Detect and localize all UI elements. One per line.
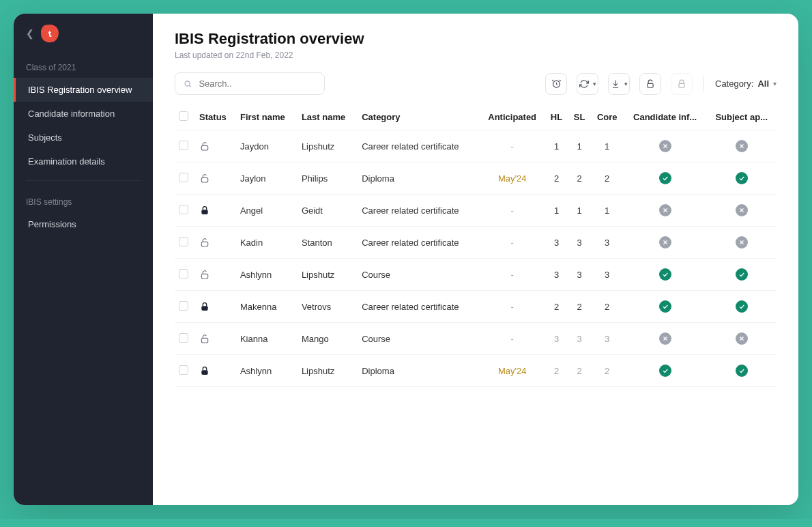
cell-hl: 3	[545, 323, 568, 355]
table-row[interactable]: AshlynnLipshutzDiplomaMay'24222	[175, 355, 777, 387]
cell-sl: 2	[568, 355, 591, 387]
cell-sl: 1	[568, 130, 591, 162]
back-chevron-icon[interactable]: ❮	[26, 28, 34, 39]
cell-hl: 1	[545, 195, 568, 227]
unlock-all-button[interactable]	[639, 73, 661, 95]
unlock-icon	[646, 79, 655, 89]
cell-subject-approval	[706, 195, 777, 227]
cell-first-name: Angel	[236, 195, 298, 227]
sidebar-item2-0[interactable]: Permissions	[14, 212, 153, 236]
row-status-icon	[195, 130, 236, 162]
category-filter-value: All	[757, 79, 769, 89]
main-content: IBIS Registration overview Last updated …	[153, 14, 798, 505]
table-row[interactable]: MakennaVetrovsCareer related certificate…	[175, 291, 777, 323]
row-checkbox[interactable]	[179, 365, 188, 375]
row-checkbox[interactable]	[179, 301, 188, 311]
cell-category: Career related certificate	[358, 195, 480, 227]
refresh-button[interactable]	[577, 73, 598, 95]
sidebar: ❮ t Class of 2021 IBIS Registration over…	[14, 14, 153, 505]
status-pill	[736, 140, 748, 152]
cell-category: Career related certificate	[358, 130, 480, 162]
svg-rect-22	[201, 306, 207, 311]
table-row[interactable]: JaydonLipshutzCareer related certificate…	[175, 130, 777, 162]
table-row[interactable]: KiannaMangoCourse-333	[175, 323, 777, 355]
table-row[interactable]: AshlynnLipshutzCourse-333	[175, 259, 777, 291]
sidebar-top: ❮ t	[14, 14, 153, 53]
column-header-7[interactable]: Core	[591, 104, 624, 130]
header: IBIS Registration overview Last updated …	[153, 14, 798, 63]
cell-candidate-info	[624, 291, 707, 323]
row-checkbox[interactable]	[179, 269, 188, 279]
cell-core: 1	[591, 130, 624, 162]
search-box[interactable]	[175, 72, 325, 95]
cell-hl: 2	[545, 291, 568, 323]
row-status-icon	[195, 259, 236, 291]
cell-category: Course	[358, 323, 480, 355]
cell-subject-approval	[706, 355, 777, 387]
cell-core: 3	[591, 227, 624, 259]
sidebar-item-3[interactable]: Examination details	[14, 149, 153, 173]
cell-hl: 1	[545, 130, 568, 162]
cell-sl: 3	[568, 227, 591, 259]
cell-category: Course	[358, 259, 480, 291]
column-header-5[interactable]: HL	[545, 104, 568, 130]
refresh-icon	[579, 79, 589, 89]
status-pill	[659, 332, 671, 345]
cell-anticipated: May'24	[480, 162, 545, 195]
status-pill	[659, 140, 671, 152]
table-wrap[interactable]: StatusFirst nameLast nameCategoryAnticip…	[153, 104, 798, 505]
column-header-8[interactable]: Candidate inf...	[624, 104, 707, 130]
row-checkbox[interactable]	[179, 205, 188, 214]
toolbar-divider	[704, 76, 704, 91]
status-pill	[659, 268, 671, 281]
svg-line-1	[190, 85, 191, 87]
download-button[interactable]	[608, 73, 630, 95]
last-updated: Last updated on 22nd Feb, 2022	[175, 51, 777, 60]
column-header-1[interactable]: First name	[236, 104, 298, 130]
status-pill	[659, 172, 671, 184]
select-all-checkbox[interactable]	[179, 111, 188, 121]
cell-category: Career related certificate	[358, 227, 480, 259]
category-filter[interactable]: Category: All ▾	[715, 79, 777, 89]
cell-core: 1	[591, 195, 624, 227]
row-checkbox[interactable]	[179, 333, 188, 343]
sidebar-item-1[interactable]: Candidate information	[14, 102, 153, 126]
svg-rect-4	[679, 83, 684, 87]
cell-first-name: Kadin	[236, 227, 298, 259]
clock-button[interactable]	[545, 73, 567, 95]
column-header-9[interactable]: Subject ap...	[706, 104, 777, 130]
cell-sl: 3	[568, 323, 591, 355]
logo: t	[40, 23, 59, 43]
cell-hl: 3	[545, 259, 568, 291]
cell-anticipated: -	[480, 323, 545, 355]
search-input[interactable]	[199, 79, 316, 89]
column-header-3[interactable]: Category	[358, 104, 480, 130]
cell-anticipated: May'24	[480, 355, 545, 387]
row-checkbox[interactable]	[179, 141, 188, 150]
cell-last-name: Philips	[298, 162, 358, 195]
table-row[interactable]: KadinStantonCareer related certificate-3…	[175, 227, 777, 259]
cell-hl: 2	[545, 355, 568, 387]
svg-rect-10	[201, 177, 207, 182]
svg-rect-3	[648, 83, 653, 87]
table-row[interactable]: JaylonPhilipsDiplomaMay'24222	[175, 162, 777, 195]
column-header-2[interactable]: Last name	[298, 104, 358, 130]
cell-subject-approval	[706, 162, 777, 195]
column-header-4[interactable]: Anticipated	[480, 104, 545, 130]
status-pill	[659, 365, 671, 377]
sidebar-item-0[interactable]: IBIS Registration overview	[14, 78, 153, 102]
row-checkbox[interactable]	[179, 173, 188, 182]
sidebar-section-class: Class of 2021	[14, 53, 153, 78]
row-checkbox[interactable]	[179, 237, 188, 246]
svg-rect-5	[201, 145, 207, 150]
sidebar-item-2[interactable]: Subjects	[14, 126, 153, 149]
category-filter-label: Category:	[715, 79, 753, 89]
cell-last-name: Lipshutz	[298, 355, 358, 387]
lock-all-button[interactable]	[671, 73, 693, 95]
cell-subject-approval	[706, 323, 777, 355]
svg-rect-11	[201, 210, 207, 214]
table-row[interactable]: AngelGeidtCareer related certificate-111	[175, 195, 777, 227]
column-header-0[interactable]: Status	[195, 104, 236, 130]
row-status-icon	[195, 195, 236, 227]
column-header-6[interactable]: SL	[568, 104, 591, 130]
